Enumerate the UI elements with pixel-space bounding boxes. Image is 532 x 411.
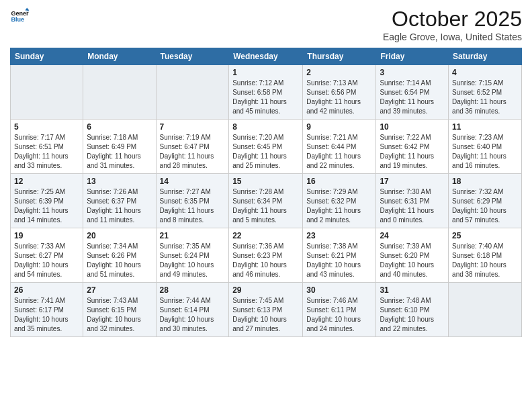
day-number: 6: [87, 122, 152, 132]
table-row: 18Sunrise: 7:32 AM Sunset: 6:29 PM Dayli…: [449, 174, 522, 228]
day-number: 7: [160, 122, 226, 132]
day-number: 23: [306, 231, 372, 240]
logo: General Blue: [10, 7, 29, 26]
day-info: Sunrise: 7:25 AM Sunset: 6:39 PM Dayligh…: [14, 187, 79, 225]
day-number: 2: [306, 68, 372, 77]
day-number: 17: [380, 177, 445, 186]
day-info: Sunrise: 7:13 AM Sunset: 6:56 PM Dayligh…: [306, 79, 372, 116]
day-info: Sunrise: 7:23 AM Sunset: 6:40 PM Dayligh…: [452, 133, 518, 171]
table-row: 12Sunrise: 7:25 AM Sunset: 6:39 PM Dayli…: [11, 174, 83, 228]
day-number: 5: [14, 122, 79, 132]
table-row: 8Sunrise: 7:20 AM Sunset: 6:45 PM Daylig…: [229, 120, 303, 174]
calendar-week-row: 1Sunrise: 7:12 AM Sunset: 6:58 PM Daylig…: [11, 65, 522, 120]
calendar-week-row: 12Sunrise: 7:25 AM Sunset: 6:39 PM Dayli…: [11, 174, 522, 228]
table-row: 14Sunrise: 7:27 AM Sunset: 6:35 PM Dayli…: [156, 174, 229, 228]
table-row: 24Sunrise: 7:39 AM Sunset: 6:20 PM Dayli…: [376, 228, 449, 283]
day-number: 25: [452, 231, 518, 240]
day-info: Sunrise: 7:26 AM Sunset: 6:37 PM Dayligh…: [87, 187, 152, 225]
svg-text:General: General: [11, 10, 29, 17]
table-row: 6Sunrise: 7:18 AM Sunset: 6:49 PM Daylig…: [83, 120, 156, 174]
day-number: 27: [87, 285, 152, 295]
table-row: 11Sunrise: 7:23 AM Sunset: 6:40 PM Dayli…: [449, 120, 522, 174]
day-number: 10: [380, 122, 445, 132]
table-row: [449, 283, 522, 337]
day-info: Sunrise: 7:38 AM Sunset: 6:21 PM Dayligh…: [306, 242, 372, 279]
col-monday: Monday: [83, 48, 156, 65]
table-row: 15Sunrise: 7:28 AM Sunset: 6:34 PM Dayli…: [229, 174, 303, 228]
table-row: 5Sunrise: 7:17 AM Sunset: 6:51 PM Daylig…: [11, 120, 83, 174]
day-info: Sunrise: 7:15 AM Sunset: 6:52 PM Dayligh…: [452, 79, 518, 116]
day-number: 20: [87, 231, 152, 240]
calendar-week-row: 5Sunrise: 7:17 AM Sunset: 6:51 PM Daylig…: [11, 120, 522, 174]
day-number: 1: [232, 68, 299, 77]
day-number: 12: [14, 177, 79, 186]
day-info: Sunrise: 7:30 AM Sunset: 6:31 PM Dayligh…: [380, 187, 445, 225]
day-info: Sunrise: 7:28 AM Sunset: 6:34 PM Dayligh…: [232, 187, 299, 225]
calendar-week-row: 19Sunrise: 7:33 AM Sunset: 6:27 PM Dayli…: [11, 228, 522, 283]
day-info: Sunrise: 7:39 AM Sunset: 6:20 PM Dayligh…: [380, 242, 445, 279]
col-tuesday: Tuesday: [156, 48, 229, 65]
day-info: Sunrise: 7:46 AM Sunset: 6:11 PM Dayligh…: [306, 296, 372, 334]
day-info: Sunrise: 7:18 AM Sunset: 6:49 PM Dayligh…: [87, 133, 152, 171]
day-info: Sunrise: 7:27 AM Sunset: 6:35 PM Dayligh…: [160, 187, 226, 225]
table-row: 9Sunrise: 7:21 AM Sunset: 6:44 PM Daylig…: [303, 120, 376, 174]
day-number: 29: [232, 285, 299, 295]
day-info: Sunrise: 7:12 AM Sunset: 6:58 PM Dayligh…: [232, 79, 299, 116]
subtitle: Eagle Grove, Iowa, United States: [383, 32, 522, 42]
col-wednesday: Wednesday: [229, 48, 303, 65]
table-row: 2Sunrise: 7:13 AM Sunset: 6:56 PM Daylig…: [303, 65, 376, 120]
table-row: 7Sunrise: 7:19 AM Sunset: 6:47 PM Daylig…: [156, 120, 229, 174]
day-info: Sunrise: 7:40 AM Sunset: 6:18 PM Dayligh…: [452, 242, 518, 279]
day-info: Sunrise: 7:43 AM Sunset: 6:15 PM Dayligh…: [87, 296, 152, 334]
day-number: 26: [14, 285, 79, 295]
table-row: 4Sunrise: 7:15 AM Sunset: 6:52 PM Daylig…: [449, 65, 522, 120]
header: General Blue October 2025 Eagle Grove, I…: [10, 7, 522, 42]
col-sunday: Sunday: [11, 48, 83, 65]
table-row: 31Sunrise: 7:48 AM Sunset: 6:10 PM Dayli…: [376, 283, 449, 337]
table-row: [156, 65, 229, 120]
day-number: 24: [380, 231, 445, 240]
table-row: 1Sunrise: 7:12 AM Sunset: 6:58 PM Daylig…: [229, 65, 303, 120]
table-row: 25Sunrise: 7:40 AM Sunset: 6:18 PM Dayli…: [449, 228, 522, 283]
col-saturday: Saturday: [449, 48, 522, 65]
calendar: Sunday Monday Tuesday Wednesday Thursday…: [10, 48, 522, 337]
table-row: 10Sunrise: 7:22 AM Sunset: 6:42 PM Dayli…: [376, 120, 449, 174]
table-row: 13Sunrise: 7:26 AM Sunset: 6:37 PM Dayli…: [83, 174, 156, 228]
day-number: 18: [452, 177, 518, 186]
day-info: Sunrise: 7:36 AM Sunset: 6:23 PM Dayligh…: [232, 242, 299, 279]
table-row: 30Sunrise: 7:46 AM Sunset: 6:11 PM Dayli…: [303, 283, 376, 337]
day-info: Sunrise: 7:35 AM Sunset: 6:24 PM Dayligh…: [160, 242, 226, 279]
page: General Blue October 2025 Eagle Grove, I…: [0, 0, 532, 411]
table-row: [83, 65, 156, 120]
day-info: Sunrise: 7:17 AM Sunset: 6:51 PM Dayligh…: [14, 133, 79, 171]
day-number: 8: [232, 122, 299, 132]
day-info: Sunrise: 7:29 AM Sunset: 6:32 PM Dayligh…: [306, 187, 372, 225]
table-row: 29Sunrise: 7:45 AM Sunset: 6:13 PM Dayli…: [229, 283, 303, 337]
day-info: Sunrise: 7:41 AM Sunset: 6:17 PM Dayligh…: [14, 296, 79, 334]
col-friday: Friday: [376, 48, 449, 65]
table-row: 16Sunrise: 7:29 AM Sunset: 6:32 PM Dayli…: [303, 174, 376, 228]
day-number: 21: [160, 231, 226, 240]
col-thursday: Thursday: [303, 48, 376, 65]
day-number: 9: [306, 122, 372, 132]
title-block: October 2025 Eagle Grove, Iowa, United S…: [383, 7, 522, 42]
day-number: 3: [380, 68, 445, 77]
day-number: 11: [452, 122, 518, 132]
calendar-header-row: Sunday Monday Tuesday Wednesday Thursday…: [11, 48, 522, 65]
table-row: 17Sunrise: 7:30 AM Sunset: 6:31 PM Dayli…: [376, 174, 449, 228]
table-row: 23Sunrise: 7:38 AM Sunset: 6:21 PM Dayli…: [303, 228, 376, 283]
table-row: 26Sunrise: 7:41 AM Sunset: 6:17 PM Dayli…: [11, 283, 83, 337]
day-number: 14: [160, 177, 226, 186]
svg-text:Blue: Blue: [11, 16, 24, 23]
day-number: 16: [306, 177, 372, 186]
day-info: Sunrise: 7:21 AM Sunset: 6:44 PM Dayligh…: [306, 133, 372, 171]
day-number: 15: [232, 177, 299, 186]
table-row: 20Sunrise: 7:34 AM Sunset: 6:26 PM Dayli…: [83, 228, 156, 283]
day-info: Sunrise: 7:19 AM Sunset: 6:47 PM Dayligh…: [160, 133, 226, 171]
day-number: 4: [452, 68, 518, 77]
day-info: Sunrise: 7:45 AM Sunset: 6:13 PM Dayligh…: [232, 296, 299, 334]
calendar-week-row: 26Sunrise: 7:41 AM Sunset: 6:17 PM Dayli…: [11, 283, 522, 337]
day-info: Sunrise: 7:34 AM Sunset: 6:26 PM Dayligh…: [87, 242, 152, 279]
table-row: 19Sunrise: 7:33 AM Sunset: 6:27 PM Dayli…: [11, 228, 83, 283]
table-row: [11, 65, 83, 120]
